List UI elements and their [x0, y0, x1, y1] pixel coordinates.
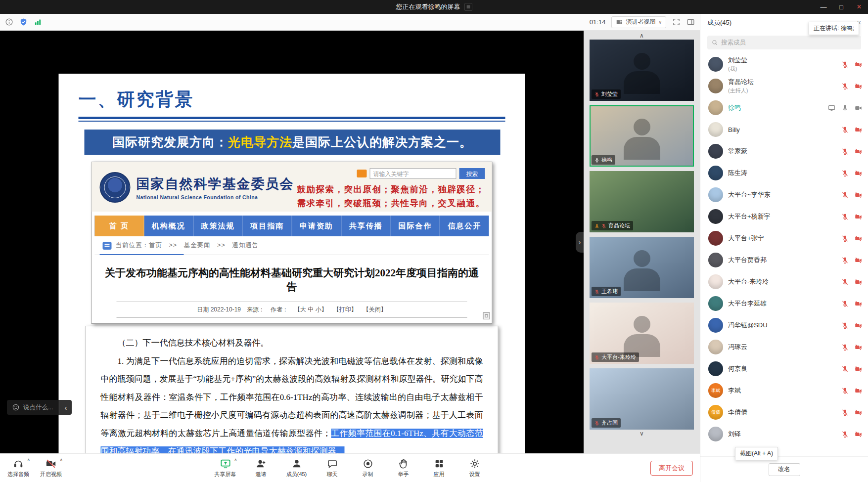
- toolbar-button-gear[interactable]: 设置: [463, 458, 486, 478]
- member-row[interactable]: 何京良: [700, 358, 868, 380]
- member-row[interactable]: 大平台+杨新宇: [700, 206, 868, 227]
- member-row[interactable]: 大平台-来玲玲: [700, 271, 868, 293]
- member-row[interactable]: 刘铎: [700, 423, 868, 445]
- rename-button[interactable]: 改名: [769, 463, 800, 476]
- toolbar-button-apps[interactable]: 应用: [428, 458, 451, 478]
- meeting-window: 您正在观看徐鸣的屏幕 — □ × 01:14 演讲者视: [0, 0, 868, 482]
- member-row[interactable]: Billy: [700, 119, 868, 140]
- video-tile[interactable]: 王希玮: [590, 237, 694, 298]
- video-tile[interactable]: 齐占国: [590, 368, 694, 430]
- member-avatar: [708, 79, 723, 93]
- minimize-button[interactable]: —: [815, 0, 832, 14]
- strip-collapse-tab[interactable]: ›: [576, 232, 584, 253]
- member-row[interactable]: 大平台~李华东: [700, 184, 868, 206]
- toolbar-button-cam_off[interactable]: ∧开启视频: [40, 458, 62, 478]
- security-shield-icon[interactable]: [19, 18, 28, 26]
- member-row[interactable]: 大平台贾香邦: [700, 249, 868, 271]
- website-nav-item: 申请资助: [292, 216, 342, 236]
- member-avatar: [708, 122, 723, 137]
- website-nav-item: 共享传播: [341, 216, 391, 236]
- video-tile[interactable]: 徐鸣: [590, 105, 694, 167]
- member-row[interactable]: 陈生涛: [700, 162, 868, 184]
- layout-toggle-icon[interactable]: [686, 18, 695, 26]
- mic-muted-icon: [841, 278, 849, 286]
- member-row[interactable]: 李斌李斌: [700, 380, 868, 401]
- emoji-icon[interactable]: [12, 403, 20, 411]
- cam_off-icon: [46, 458, 56, 469]
- camera-muted-icon: [855, 83, 862, 90]
- video-tile[interactable]: 育晶论坛: [590, 171, 694, 232]
- leave-meeting-button[interactable]: 离开会议: [650, 461, 693, 476]
- breadcrumb-text: 当前位置：首页 >> 基金要闻 >> 通知通告: [116, 241, 259, 250]
- member-avatar: [708, 209, 723, 224]
- toolbar-button-members[interactable]: 成员(45): [285, 458, 308, 478]
- chevron-up-icon[interactable]: ∧: [59, 457, 63, 462]
- search-icon: [711, 39, 718, 46]
- toolbar-button-share_screen[interactable]: ∧共享屏幕: [214, 458, 237, 478]
- toolbar-button-chat[interactable]: 聊天: [321, 458, 344, 478]
- member-row[interactable]: 育晶论坛(主持人): [700, 75, 868, 97]
- chat-overlay[interactable]: 说点什么... ‹: [7, 400, 72, 415]
- toolbar-button-invite[interactable]: 邀请: [250, 458, 273, 478]
- apps-icon: [434, 458, 445, 469]
- network-signal-icon[interactable]: [34, 18, 42, 26]
- toolbar-button-record[interactable]: 录制: [357, 458, 379, 478]
- member-row[interactable]: 冯琢云: [700, 336, 868, 358]
- member-row[interactable]: 刘莹莹(我): [700, 53, 868, 75]
- member-avatar: [708, 296, 723, 311]
- host-badge-icon: [594, 223, 599, 228]
- tile-mic-icon: [594, 158, 599, 163]
- member-search-input[interactable]: [721, 39, 857, 46]
- video-tile[interactable]: 刘莹莹: [590, 40, 694, 101]
- member-avatar: [708, 361, 723, 376]
- member-role: (我): [728, 65, 836, 73]
- chevron-up-icon[interactable]: ∧: [27, 457, 30, 462]
- member-avatar: [708, 144, 723, 159]
- headset-icon: [13, 458, 24, 469]
- mic-muted-icon: [841, 365, 849, 373]
- video-tile[interactable]: 大平台-来玲玲: [590, 303, 694, 364]
- member-row[interactable]: 徐鸣: [700, 97, 868, 119]
- member-row[interactable]: 大平台+张宁: [700, 227, 868, 249]
- fullscreen-icon[interactable]: [672, 18, 681, 26]
- tile-mic-muted-icon: [594, 421, 599, 426]
- chevron-down-icon: ∨: [640, 430, 644, 437]
- mic-muted-icon: [841, 235, 849, 242]
- member-row[interactable]: 大平台李延雄: [700, 293, 868, 314]
- participant-silhouette: [634, 250, 650, 267]
- member-row[interactable]: 常家豪: [700, 140, 868, 162]
- scroll-down-button[interactable]: ∨: [584, 430, 700, 438]
- presentation-slide: 一、研究背景 国际研究发展方向：光电导方法是国际上公认的解决方案之一。 国家自然…: [59, 74, 525, 453]
- camera-muted-icon: [855, 344, 862, 351]
- scroll-up-button[interactable]: ∧: [584, 32, 700, 40]
- maximize-button[interactable]: □: [832, 0, 850, 14]
- mic-muted-icon: [841, 83, 849, 90]
- window-controls: — □ ×: [815, 0, 868, 14]
- member-name: 大平台+张宁: [728, 234, 836, 243]
- chat-collapse-button[interactable]: ‹: [59, 400, 72, 415]
- member-search-box[interactable]: [707, 36, 861, 49]
- member-name: 冯琢云: [728, 343, 836, 351]
- record-icon: [363, 458, 373, 469]
- mic-muted-icon: [841, 126, 849, 133]
- member-row[interactable]: 冯华钰@SDU: [700, 314, 868, 336]
- view-mode-button[interactable]: 演讲者视图 ∨: [611, 16, 666, 28]
- chat-icon: [327, 458, 338, 469]
- member-row[interactable]: 倩倩李倩倩: [700, 401, 868, 423]
- camera-muted-icon: [855, 365, 862, 373]
- mic-muted-icon: [841, 300, 849, 307]
- share-banner-menu-icon[interactable]: [464, 3, 472, 11]
- member-avatar: [708, 274, 723, 289]
- chat-input-placeholder[interactable]: 说点什么...: [20, 403, 59, 412]
- chevron-up-icon: ∧: [640, 32, 644, 39]
- chevron-up-icon[interactable]: ∧: [234, 457, 237, 462]
- slide-heading: 一、研究背景: [79, 88, 505, 112]
- member-name: Billy: [728, 126, 836, 133]
- close-button[interactable]: ×: [850, 0, 868, 14]
- toolbar-button-headset[interactable]: ∧选择音频: [7, 458, 30, 478]
- camera-muted-icon: [855, 213, 862, 220]
- site-search-input: 请输入关键字: [370, 168, 457, 179]
- toolbar-button-hand[interactable]: 举手: [392, 458, 415, 478]
- meeting-info-icon[interactable]: [5, 18, 13, 26]
- titlebar: 您正在观看徐鸣的屏幕 — □ ×: [0, 0, 868, 14]
